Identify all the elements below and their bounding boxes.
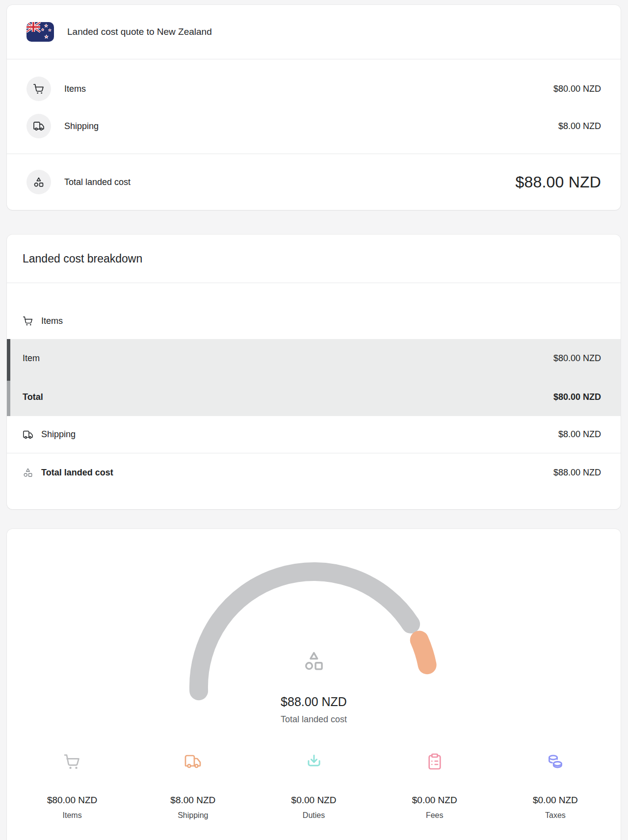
- stat-shipping: $8.00 NZD Shipping: [132, 753, 253, 820]
- items-detail-panel: Item $80.00 NZD Total $80.00 NZD: [7, 339, 621, 416]
- total-landed-cost-label: Total landed cost: [64, 177, 131, 187]
- items-label: Items: [64, 84, 86, 94]
- quote-card-header: Landed cost quote to New Zealand: [7, 5, 621, 59]
- stat-items-label: Items: [12, 811, 132, 820]
- stat-fees: $0.00 NZD Fees: [374, 753, 495, 820]
- stat-items: $80.00 NZD Items: [12, 753, 132, 820]
- items-total-label: Total: [23, 392, 43, 402]
- stat-duties-value: $0.00 NZD: [253, 795, 374, 806]
- stat-shipping-value: $8.00 NZD: [132, 795, 253, 806]
- items-row: Items $80.00 NZD: [26, 70, 601, 107]
- stat-fees-value: $0.00 NZD: [374, 795, 495, 806]
- coins-icon: [495, 753, 616, 772]
- stat-fees-label: Fees: [374, 811, 495, 820]
- cart-icon: [23, 315, 33, 326]
- truck-icon: [132, 753, 253, 772]
- new-zealand-flag-icon: [26, 22, 54, 42]
- breakdown-items-header-label: Items: [41, 315, 63, 326]
- stat-taxes: $0.00 NZD Taxes: [495, 753, 616, 820]
- breakdown-shipping-row: Shipping $8.00 NZD: [7, 416, 621, 453]
- breakdown-header: Landed cost breakdown: [7, 235, 621, 283]
- scrollbar-thumb[interactable]: [7, 339, 10, 381]
- shapes-icon: [23, 467, 33, 478]
- breakdown-heading: Landed cost breakdown: [23, 252, 142, 265]
- item-row: Item $80.00 NZD: [7, 339, 621, 378]
- breakdown-total-value: $88.00 NZD: [553, 468, 601, 478]
- stat-duties-label: Duties: [253, 811, 374, 820]
- shapes-icon: [26, 170, 51, 194]
- gauge-total-value: $88.00 NZD: [7, 695, 621, 709]
- gauge-card: $88.00 NZD Total landed cost $80.00 NZD …: [7, 529, 621, 840]
- gauge-center: $88.00 NZD Total landed cost: [7, 650, 621, 725]
- total-landed-cost-value: $88.00 NZD: [515, 173, 601, 191]
- truck-icon: [26, 114, 51, 138]
- breakdown-items-section-header[interactable]: Items: [7, 283, 621, 339]
- breakdown-card: Landed cost breakdown Items Item $80.00 …: [7, 235, 621, 509]
- quote-card-body: Items $80.00 NZD Shipping $8.00 NZD: [7, 59, 621, 154]
- stat-duties: $0.00 NZD Duties: [253, 753, 374, 820]
- breakdown-total-label: Total landed cost: [41, 468, 113, 478]
- shipping-row: Shipping $8.00 NZD: [26, 107, 601, 145]
- gauge-chart: $88.00 NZD Total landed cost: [7, 561, 621, 733]
- cost-stats-row: $80.00 NZD Items $8.00 NZD Shipping $0.0…: [7, 753, 621, 820]
- items-total-value: $80.00 NZD: [553, 392, 601, 402]
- stat-shipping-label: Shipping: [132, 811, 253, 820]
- shapes-icon: [303, 650, 325, 672]
- breakdown-total-row: Total landed cost $88.00 NZD: [7, 453, 621, 492]
- cart-icon: [26, 77, 51, 101]
- items-total-row: Total $80.00 NZD: [7, 378, 621, 416]
- gauge-total-label: Total landed cost: [7, 714, 621, 725]
- stat-taxes-value: $0.00 NZD: [495, 795, 616, 806]
- truck-icon: [23, 429, 33, 440]
- page: Landed cost quote to New Zealand Items $…: [0, 0, 628, 840]
- items-value: $80.00 NZD: [553, 84, 601, 94]
- total-landed-cost-row: Total landed cost $88.00 NZD: [7, 154, 621, 210]
- item-label: Item: [23, 353, 40, 364]
- shipping-value: $8.00 NZD: [558, 121, 601, 131]
- breakdown-shipping-label: Shipping: [41, 429, 76, 440]
- tray-download-icon: [253, 753, 374, 772]
- stat-items-value: $80.00 NZD: [12, 795, 132, 806]
- quote-summary-card: Landed cost quote to New Zealand Items $…: [7, 5, 621, 210]
- breakdown-shipping-value: $8.00 NZD: [558, 429, 601, 440]
- cart-icon: [12, 753, 132, 772]
- shipping-label: Shipping: [64, 121, 99, 131]
- stat-taxes-label: Taxes: [495, 811, 616, 820]
- item-value: $80.00 NZD: [553, 353, 601, 364]
- quote-card-title: Landed cost quote to New Zealand: [67, 26, 212, 37]
- clipboard-list-icon: [374, 753, 495, 772]
